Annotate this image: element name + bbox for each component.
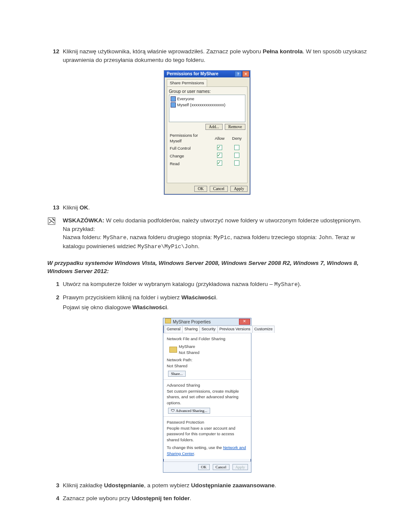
text: ). — [298, 281, 301, 287]
bold-text: Właściwości — [132, 304, 167, 311]
user-name: Myself (xxxxxxxxxxxxxxxx) — [177, 102, 225, 108]
cancel-button[interactable]: Cancel — [210, 186, 228, 192]
text: Pojawi się okno dialogowe — [63, 304, 132, 311]
text: Zaznacz pole wyboru przy — [63, 495, 132, 501]
group-user-label: Group or user names: — [169, 89, 245, 95]
user-icon — [171, 96, 176, 101]
dialog-title: MyShare Properties — [173, 320, 211, 324]
dialog-title: Permissions for MyShare — [167, 71, 218, 77]
text: Na przykład: — [63, 225, 367, 234]
checkbox-allow-read[interactable] — [217, 160, 222, 166]
section-title: Network File and Folder Sharing — [167, 336, 248, 342]
permissions-dialog: Permissions for MyShare ? × Share Permis… — [164, 70, 251, 195]
mono-text: MyShare — [274, 281, 298, 288]
step-body: Prawym przyciskiem kliknij na folder i w… — [63, 293, 367, 312]
note-block: WSKAZÓWKA: W celu dodania podfolderów, n… — [47, 216, 367, 251]
cancel-button[interactable]: Cancel — [213, 464, 229, 470]
user-name: Everyone — [177, 96, 194, 102]
step-number: 2 — [47, 293, 63, 312]
bold-text: Udostępnianie — [104, 482, 144, 489]
step-number: 12 — [47, 47, 63, 64]
text: Kliknij zakładkę — [63, 482, 104, 489]
apply-button[interactable]: Apply — [230, 186, 248, 192]
step-body: Zaznacz pole wyboru przy Udostępnij ten … — [63, 494, 367, 503]
tab-customize[interactable]: Customize — [252, 326, 275, 333]
step-1: 1 Utwórz na komputerze folder w wybranym… — [47, 280, 367, 289]
text: . — [194, 451, 195, 456]
dialog-titlebar[interactable]: MyShare Properties ✕ — [163, 318, 251, 326]
step-number: 1 — [47, 280, 63, 289]
dialog-titlebar[interactable]: Permissions for MyShare ? × — [164, 71, 250, 77]
users-listbox[interactable]: Everyone Myself (xxxxxxxxxxxxxxxx) — [169, 95, 245, 122]
apply-button[interactable]: Apply — [233, 464, 248, 470]
network-path-value: Not Shared — [167, 363, 248, 369]
step-body: Kliknij nazwę użytkownika, którą właśnie… — [63, 47, 367, 64]
checkbox-allow-change[interactable] — [217, 153, 222, 158]
tab-share-permissions[interactable]: Share Permissions — [167, 79, 207, 86]
note-body: WSKAZÓWKA: W celu dodania podfolderów, n… — [63, 216, 367, 251]
tab-strip: General Sharing Security Previous Versio… — [163, 326, 251, 333]
mono-text: MyPic — [214, 234, 230, 241]
user-icon — [171, 102, 176, 108]
bold-text: OK — [80, 204, 88, 211]
step-3: 3 Kliknij zakładkę Udostępnianie, a pote… — [47, 481, 367, 490]
tab-general[interactable]: General — [165, 326, 183, 333]
text: To change this setting, use the — [167, 445, 223, 450]
text: Prawym przyciskiem kliknij na folder i w… — [63, 294, 181, 301]
step-body: Utwórz na komputerze folder w wybranym k… — [63, 280, 367, 289]
allow-header: Allow — [211, 132, 228, 145]
share-button[interactable]: Share... — [168, 371, 186, 377]
mono-text: MyShare\MyPic\John — [138, 243, 198, 250]
list-item[interactable]: Myself (xxxxxxxxxxxxxxxx) — [170, 102, 244, 108]
advanced-sharing-button[interactable]: 🛡 Advanced Sharing... — [168, 408, 210, 414]
ok-button[interactable]: OK — [194, 186, 207, 192]
step-number: 3 — [47, 481, 63, 490]
section-heading: W przypadku systemów Windows Vista, Wind… — [47, 259, 367, 276]
text: Kliknij — [63, 204, 80, 211]
help-icon[interactable]: ? — [235, 71, 242, 77]
text: . — [88, 204, 90, 211]
list-item[interactable]: Everyone — [170, 96, 244, 102]
checkbox-allow-full[interactable] — [217, 145, 222, 150]
remove-button[interactable]: Remove — [225, 124, 245, 130]
mono-text: John — [318, 234, 332, 241]
checkbox-deny-change[interactable] — [234, 153, 239, 158]
tab-security[interactable]: Security — [199, 326, 218, 333]
deny-header: Deny — [228, 132, 245, 145]
folder-icon — [165, 318, 171, 323]
ok-button[interactable]: OK — [198, 464, 210, 470]
text: . — [275, 482, 276, 489]
perm-name: Full Control — [169, 145, 211, 152]
tab-sharing[interactable]: Sharing — [182, 326, 200, 333]
add-button[interactable]: Add... — [205, 124, 223, 130]
step-body: Kliknij OK. — [63, 203, 367, 212]
close-icon[interactable]: ✕ — [239, 319, 250, 325]
section-text: People must have a user account and pass… — [167, 425, 248, 443]
bold-text: Udostępnianie zaawansowane — [191, 482, 275, 489]
section-text: Set custom permissions, create multiple … — [167, 388, 248, 406]
permissions-table: Permissions for Myself Allow Deny Full C… — [169, 132, 245, 168]
text: , a potem wybierz — [144, 482, 191, 489]
close-icon[interactable]: × — [242, 71, 249, 77]
text: Kliknij nazwę użytkownika, którą właśnie… — [63, 48, 263, 55]
shared-status: Not Shared — [179, 350, 199, 356]
checkbox-deny-full[interactable] — [234, 145, 239, 150]
folder-icon — [169, 347, 177, 353]
text: , nazwa folderu trzeciego stopnia: — [230, 234, 318, 240]
note-label: WSKAZÓWKA: — [63, 217, 104, 224]
text: Nazwa folderu: — [63, 234, 103, 240]
step-number: 4 — [47, 494, 63, 503]
text: . — [167, 304, 168, 311]
section-title: Advanced Sharing — [167, 382, 248, 388]
perm-name: Change — [169, 152, 211, 160]
note-icon — [47, 216, 58, 251]
text: Utwórz na komputerze folder w wybranym k… — [63, 281, 274, 287]
text: . — [216, 294, 217, 301]
bold-text: Pełna kontrola — [263, 48, 303, 55]
section-title: Password Protection — [167, 419, 248, 425]
text: , nazwa folderu drugiego stopnia: — [126, 234, 214, 240]
step-13: 13 Kliknij OK. — [47, 203, 367, 212]
tab-previous-versions[interactable]: Previous Versions — [217, 326, 253, 333]
text: . — [198, 243, 200, 249]
checkbox-deny-read[interactable] — [234, 160, 239, 166]
